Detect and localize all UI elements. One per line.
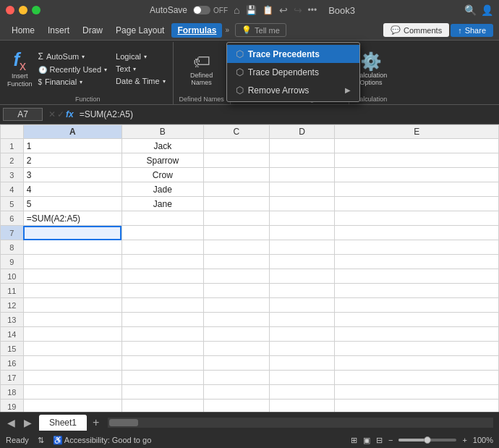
toolbar-home-icon[interactable]: ⌂: [234, 4, 239, 16]
cell-D14[interactable]: [269, 327, 335, 342]
cell-A9[interactable]: [23, 255, 121, 269]
col-header-D[interactable]: D: [269, 125, 335, 139]
cell-C18[interactable]: [204, 385, 270, 400]
cell-C7[interactable]: [204, 226, 270, 240]
row-header-13[interactable]: 13: [1, 313, 24, 327]
cell-D16[interactable]: [269, 356, 335, 371]
col-header-E[interactable]: E: [335, 125, 499, 139]
date-time-btn[interactable]: Date & Time ▾: [113, 75, 169, 87]
financial-btn[interactable]: $ Financial ▾: [35, 76, 111, 88]
cell-E19[interactable]: [335, 400, 499, 413]
cell-B19[interactable]: [121, 400, 203, 413]
user-icon[interactable]: 👤: [481, 4, 493, 16]
cell-C5[interactable]: [204, 197, 270, 211]
cell-C11[interactable]: [204, 284, 270, 298]
autosave-toggle[interactable]: OFF: [193, 6, 228, 14]
cell-E16[interactable]: [335, 356, 499, 371]
cell-A18[interactable]: [23, 385, 121, 400]
cell-A5[interactable]: 5: [23, 197, 121, 211]
cell-D8[interactable]: [269, 240, 335, 255]
row-header-16[interactable]: 16: [1, 356, 24, 371]
cell-C13[interactable]: [204, 313, 270, 327]
trace-precedents-item[interactable]: ⬡ Trace Precedents: [227, 45, 359, 63]
cell-E13[interactable]: [335, 313, 499, 327]
cell-B17[interactable]: [121, 371, 203, 385]
cell-A6[interactable]: =SUM(A2:A5): [23, 211, 121, 226]
cell-A3[interactable]: 3: [23, 168, 121, 182]
row-header-18[interactable]: 18: [1, 385, 24, 400]
zoom-minus-icon[interactable]: −: [388, 436, 393, 444]
undo-icon[interactable]: ↩: [279, 4, 288, 16]
cell-E10[interactable]: [335, 269, 499, 284]
tab-nav-right[interactable]: ▶: [20, 415, 36, 430]
maximize-button[interactable]: [32, 6, 40, 14]
menu-formulas[interactable]: Formulas: [171, 23, 222, 38]
horizontal-scrollbar[interactable]: [108, 418, 493, 428]
zoom-plus-icon[interactable]: +: [462, 436, 466, 444]
share-button[interactable]: ↑ Share: [451, 24, 493, 37]
cell-A17[interactable]: [23, 371, 121, 385]
layout-view-icon[interactable]: ⊟: [376, 436, 383, 445]
comments-button[interactable]: 💬 Comments: [383, 23, 449, 37]
cell-C12[interactable]: [204, 298, 270, 313]
cell-C14[interactable]: [204, 327, 270, 342]
more-icon[interactable]: •••: [308, 5, 317, 15]
cell-C19[interactable]: [204, 400, 270, 413]
formula-input[interactable]: [80, 109, 496, 119]
cell-D3[interactable]: [269, 168, 335, 182]
autosum-btn[interactable]: Σ AutoSum ▾: [35, 50, 111, 63]
cell-C16[interactable]: [204, 356, 270, 371]
tab-nav-left[interactable]: ◀: [3, 415, 20, 430]
cell-A7[interactable]: [23, 226, 121, 240]
row-header-3[interactable]: 3: [1, 168, 24, 182]
cell-E11[interactable]: [335, 284, 499, 298]
cell-D1[interactable]: [269, 139, 335, 153]
cell-A4[interactable]: 4: [23, 182, 121, 197]
cell-C3[interactable]: [204, 168, 270, 182]
cell-D5[interactable]: [269, 197, 335, 211]
cell-B10[interactable]: [121, 269, 203, 284]
cell-C17[interactable]: [204, 371, 270, 385]
tell-me-input[interactable]: 💡 Tell me: [235, 23, 286, 37]
defined-names-btn[interactable]: 🏷 DefinedNames: [190, 51, 213, 86]
menu-home[interactable]: Home: [6, 23, 40, 38]
close-button[interactable]: [6, 6, 14, 14]
row-header-12[interactable]: 12: [1, 298, 24, 313]
remove-arrows-item[interactable]: ⬡ Remove Arrows ▶: [227, 81, 359, 99]
cell-D15[interactable]: [269, 342, 335, 356]
cell-C4[interactable]: [204, 182, 270, 197]
search-icon[interactable]: 🔍: [464, 4, 477, 16]
row-header-4[interactable]: 4: [1, 182, 24, 197]
col-header-C[interactable]: C: [204, 125, 270, 139]
cell-A14[interactable]: [23, 327, 121, 342]
cell-C2[interactable]: [204, 153, 270, 168]
cell-B9[interactable]: [121, 255, 203, 269]
col-header-B[interactable]: B: [121, 125, 203, 139]
cell-E9[interactable]: [335, 255, 499, 269]
cell-E4[interactable]: [335, 182, 499, 197]
cell-B11[interactable]: [121, 284, 203, 298]
cell-B6[interactable]: [121, 211, 203, 226]
cell-C8[interactable]: [204, 240, 270, 255]
cell-B16[interactable]: [121, 356, 203, 371]
row-header-7[interactable]: 7: [1, 226, 24, 240]
cell-B8[interactable]: [121, 240, 203, 255]
toolbar-save-icon[interactable]: 💾: [246, 5, 257, 15]
cell-reference-input[interactable]: [3, 108, 43, 121]
cell-E1[interactable]: [335, 139, 499, 153]
toggle-track[interactable]: [193, 6, 210, 14]
menu-draw[interactable]: Draw: [77, 23, 108, 38]
cell-A10[interactable]: [23, 269, 121, 284]
cell-A16[interactable]: [23, 356, 121, 371]
cell-E2[interactable]: [335, 153, 499, 168]
cell-B13[interactable]: [121, 313, 203, 327]
cell-A12[interactable]: [23, 298, 121, 313]
row-header-2[interactable]: 2: [1, 153, 24, 168]
cell-D13[interactable]: [269, 313, 335, 327]
cell-D12[interactable]: [269, 298, 335, 313]
cell-E8[interactable]: [335, 240, 499, 255]
cell-A2[interactable]: 2: [23, 153, 121, 168]
cell-E12[interactable]: [335, 298, 499, 313]
row-header-14[interactable]: 14: [1, 327, 24, 342]
cell-D17[interactable]: [269, 371, 335, 385]
